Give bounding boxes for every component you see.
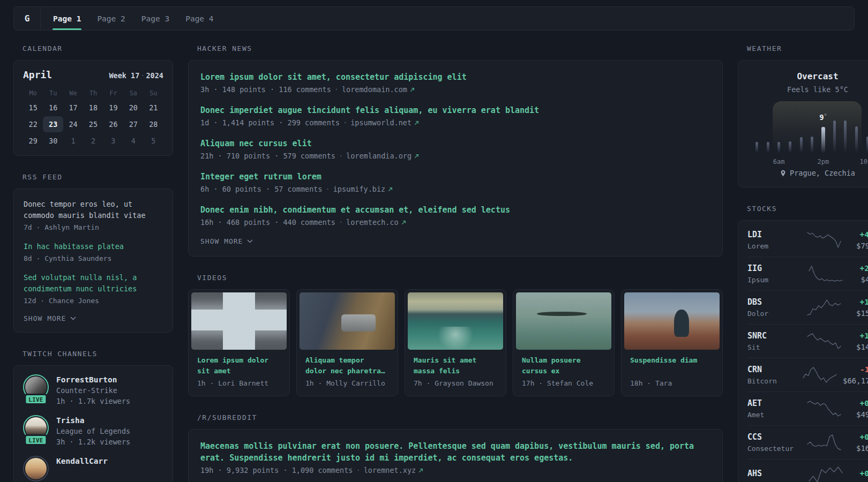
- stock-ticker: CCS: [747, 432, 797, 442]
- twitch-channel-name[interactable]: ForrestBurton: [56, 374, 130, 384]
- stock-values: +1.36% $148.64: [856, 332, 868, 351]
- calendar-dow-label: Sa: [123, 87, 143, 100]
- stock-sparkline: [805, 299, 843, 316]
- stock-change-percent: +0.92%: [856, 399, 868, 408]
- weather-hour-slot: 9°: [762, 106, 774, 153]
- stock-row[interactable]: SNRC Sit +1.36% $148.64: [747, 324, 868, 358]
- rss-item-title[interactable]: Sed volutpat nulla nisl, a condimentum n…: [24, 272, 163, 295]
- subreddit-post-title[interactable]: Maecenas mollis pulvinar erat non posuer…: [200, 440, 710, 464]
- videos-row: Lorem ipsum dolor sit amet consectetu… 1…: [188, 289, 723, 396]
- hackernews-item-domain-link[interactable]: loremtech.co: [346, 218, 406, 227]
- rss-card: Donec tempor eros leo, ut commodo mauris…: [13, 189, 173, 333]
- stocks-list: LDI Lorem +4.35% $795.18: [747, 223, 868, 482]
- stock-values: +0.92% $499.72: [856, 399, 868, 419]
- twitch-channel-name[interactable]: KendallCarr: [56, 456, 108, 465]
- page-tab[interactable]: Page 3: [133, 7, 177, 30]
- hackernews-item-domain: loremdomain.com: [342, 85, 407, 94]
- hackernews-list: Lorem ipsum dolor sit amet, consectetur …: [200, 71, 710, 227]
- weather-hour-label: 2pm: [818, 158, 829, 165]
- hackernews-item-title[interactable]: Aliquam nec cursus elit: [200, 138, 312, 149]
- hackernews-item-domain-link[interactable]: ipsumify.biz: [333, 185, 393, 193]
- page-tab[interactable]: Page 1: [45, 7, 89, 30]
- video-card-body: Lorem ipsum dolor sit amet consectetu… 1…: [191, 350, 287, 393]
- video-meta: 1h · Molly Carrillo: [305, 379, 389, 387]
- stock-row[interactable]: CCS Consectetur +0.51% $165.84: [747, 425, 868, 459]
- stock-identity: AHS: [747, 469, 797, 481]
- rss-item: In hac habitasse platea 8d · Cynthia Sau…: [24, 241, 163, 262]
- calendar-day: 18: [83, 100, 103, 116]
- stock-change-percent: +1.36%: [856, 332, 868, 340]
- stock-name: Ipsum: [747, 276, 797, 284]
- weather-condition: Overcast: [748, 71, 868, 81]
- hackernews-item-domain-link[interactable]: loremlandia.org: [346, 152, 419, 160]
- video-card: Aliquam tempor dolor nec pharetra… 1h · …: [296, 289, 398, 396]
- twitch-channel-category: League of Legends: [56, 427, 130, 435]
- weather-location: Prague, Czechia: [748, 169, 868, 177]
- hackernews-item-title[interactable]: Donec imperdiet augue tincidunt felis al…: [200, 104, 539, 116]
- video-thumbnail[interactable]: [516, 292, 611, 350]
- twitch-channel-name[interactable]: Trisha: [56, 415, 130, 425]
- rss-item-title[interactable]: Donec tempor eros leo, ut commodo mauris…: [24, 199, 163, 221]
- weather-hour-slot: 9° 6am: [773, 106, 784, 153]
- hackernews-show-more-button[interactable]: SHOW MORE: [200, 237, 253, 245]
- video-thumbnail[interactable]: [624, 292, 720, 350]
- hackernews-item-title[interactable]: Donec enim nibh, condimentum et accumsan…: [200, 204, 510, 216]
- hackernews-item-domain-link[interactable]: loremdomain.com: [342, 85, 415, 94]
- calendar-day: 22: [23, 116, 43, 132]
- twitch-channel-row[interactable]: LIVE Trisha League of Legends 3h · 1.2k …: [23, 415, 163, 446]
- stock-ticker: CRN: [747, 365, 797, 374]
- video-title[interactable]: Aliquam tempor dolor nec pharetra…: [305, 355, 389, 376]
- subreddit-post-domain-link[interactable]: loremnet.xyz: [364, 466, 424, 475]
- live-badge: LIVE: [24, 434, 47, 446]
- video-title[interactable]: Nullam posuere cursus ex: [522, 355, 605, 376]
- hackernews-item-meta: 1d · 1,414 points · 299 comments · ipsum…: [200, 118, 710, 127]
- external-link-icon: [410, 87, 415, 92]
- hackernews-item-title[interactable]: Lorem ipsum dolor sit amet, consectetur …: [200, 71, 467, 83]
- hackernews-item-meta: 6h · 60 points · 57 comments · ipsumify.…: [200, 185, 710, 193]
- video-card: Mauris sit amet massa felis 7h · Grayson…: [405, 289, 506, 396]
- stock-row[interactable]: LDI Lorem +4.35% $795.18: [747, 223, 868, 257]
- stock-row[interactable]: DBS Dolor +1.42% $156.28: [747, 290, 868, 324]
- video-thumbnail[interactable]: [300, 292, 395, 350]
- stock-change-percent: +1.42%: [856, 298, 868, 306]
- weather-hour-slot: 9°: [751, 106, 762, 153]
- video-thumbnail[interactable]: [408, 292, 503, 350]
- twitch-channel-row[interactable]: LIVE ForrestBurton Counter-Strike 1h · 1…: [23, 374, 163, 405]
- stock-row[interactable]: IIG Ipsum +2.84% $42.04: [747, 257, 868, 290]
- rss-item-title[interactable]: In hac habitasse platea: [24, 241, 163, 252]
- video-title[interactable]: Suspendisse diam: [630, 355, 714, 376]
- twitch-widget: TWITCH CHANNELS LIVE ForrestBurton: [13, 350, 173, 482]
- calendar-year: 2024: [146, 71, 163, 80]
- hackernews-item-title[interactable]: Integer eget rutrum lorem: [200, 171, 321, 183]
- page-tab[interactable]: Page 4: [177, 7, 221, 30]
- videos-widget: VIDEOS Lorem ipsum dolor sit amet consec…: [188, 274, 723, 396]
- twitch-list: LIVE ForrestBurton Counter-Strike 1h · 1…: [23, 374, 163, 481]
- stock-values: +0.51% $165.84: [856, 433, 868, 453]
- stock-ticker: LDI: [747, 230, 797, 239]
- rss-show-more-button[interactable]: SHOW MORE: [24, 314, 76, 322]
- stock-values: +4.35% $795.18: [856, 230, 868, 250]
- stock-row[interactable]: CRN Bitcorn -1.00% $66,171.48: [747, 358, 868, 391]
- video-thumbnail[interactable]: [191, 292, 287, 350]
- top-nav: G Page 1 Page 2 Page 3 Page 4: [13, 6, 855, 31]
- stock-sparkline: [805, 333, 843, 350]
- hackernews-item-domain-link[interactable]: ipsumworld.net: [350, 118, 419, 127]
- page-tab[interactable]: Page 2: [89, 7, 133, 30]
- video-title[interactable]: Mauris sit amet massa felis: [414, 355, 497, 376]
- stock-row[interactable]: AET Amet +0.92% $499.72: [747, 391, 868, 425]
- stock-row[interactable]: AHS +0.46%: [747, 459, 868, 482]
- page-tab-label: Page 1: [53, 14, 81, 23]
- weather-temp-bar: [789, 141, 791, 153]
- weather-card: Overcast Feels like 5°C 9°: [738, 60, 868, 187]
- app-logo[interactable]: G: [14, 7, 41, 30]
- video-meta: 18h · Tara: [630, 379, 714, 387]
- rss-item-meta: 12d · Chance Jones: [24, 297, 163, 305]
- stock-name: Sit: [747, 343, 797, 351]
- stock-name: Consectetur: [747, 445, 797, 453]
- stock-sparkline: [807, 265, 844, 282]
- map-pin-icon: [780, 170, 786, 177]
- hackernews-item-stats: 3h · 148 points · 116 comments: [200, 85, 331, 94]
- twitch-channel-row[interactable]: LIVE KendallCarr: [23, 456, 163, 481]
- page-tab-label: Page 3: [141, 14, 169, 23]
- video-title[interactable]: Lorem ipsum dolor sit amet consectetu…: [197, 355, 281, 376]
